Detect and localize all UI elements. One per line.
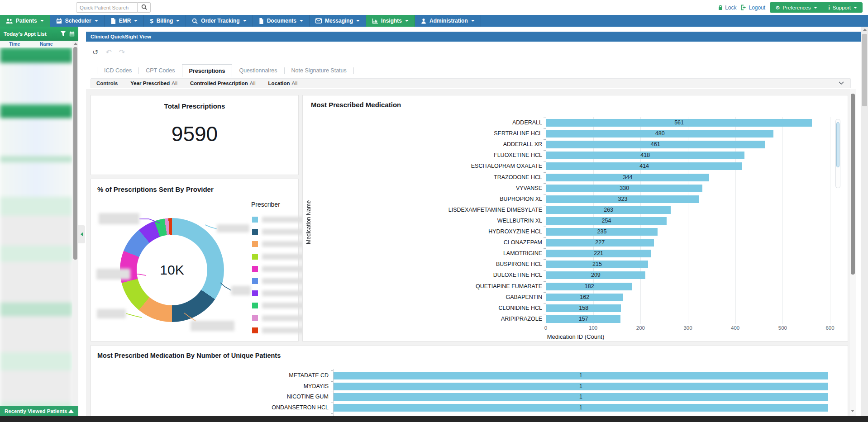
window-scrollbar-thumb[interactable]	[862, 34, 867, 106]
bar-chart-title: Most Prescribed Medication	[311, 101, 401, 109]
legend-swatch	[252, 241, 258, 247]
scroll-up-icon[interactable]	[74, 43, 77, 45]
nav-insights[interactable]: Insights	[366, 15, 415, 27]
axis-tick	[544, 248, 546, 249]
most-prescribed-medication-card: Most Prescribed Medication Medication Na…	[302, 95, 848, 341]
lock-label: Lock	[725, 5, 736, 11]
redacted-appt-row	[0, 246, 72, 262]
person-icon	[421, 18, 426, 24]
tab-note-signature-status[interactable]: Note Signature Status	[285, 64, 353, 77]
bar-value-label: 227	[546, 239, 654, 246]
redacted-appt-row	[0, 216, 72, 246]
window-scrollbar[interactable]	[861, 27, 868, 416]
dashboard-scrollbar[interactable]	[850, 89, 856, 416]
tab-questionnaires[interactable]: Questionnaires	[232, 64, 284, 77]
bar-category-label: LISDEXAMFETAMINE DIMESYLATE	[448, 207, 542, 213]
x-tick-label: 300	[679, 325, 697, 331]
bar-value-label: 182	[546, 283, 632, 289]
bar-value-label: 162	[546, 294, 623, 300]
sidebar-collapse-handle[interactable]	[78, 225, 85, 243]
axis-tick	[544, 237, 546, 238]
expand-up-icon	[68, 409, 74, 413]
nav-order-tracking[interactable]: Order Tracking	[186, 15, 253, 27]
nav-documents[interactable]: Documents	[253, 15, 310, 27]
redacted-appt-row	[0, 47, 72, 63]
nav-emr[interactable]: EMR	[105, 15, 144, 27]
appt-list-header: Today's Appt List	[0, 27, 78, 41]
tab-cpt-codes[interactable]: CPT Codes	[139, 64, 181, 77]
prescriptions-by-provider-card: % of Prescriptions Sent By Provider Pres…	[91, 179, 299, 341]
axis-tick	[544, 205, 546, 205]
chevron-down-icon	[405, 20, 409, 22]
top-bar: Lock Logout ⚙ Preferences i Support	[0, 0, 868, 15]
axis-tick	[544, 314, 546, 314]
scroll-up-icon[interactable]	[863, 28, 867, 31]
bar-value-label: 414	[546, 163, 742, 169]
legend-swatch	[252, 303, 258, 308]
tab-icd-codes[interactable]: ICD Codes	[97, 64, 138, 77]
scroll-down-icon[interactable]	[851, 410, 854, 412]
tab-prescriptions[interactable]: Prescriptions	[182, 64, 233, 77]
redacted-appt-row	[0, 197, 72, 216]
logout-label: Logout	[749, 5, 765, 11]
callout-label-redacted	[217, 224, 249, 232]
filter-year-prescribed[interactable]: Year PrescribedAll	[130, 81, 177, 86]
controls-chevron-icon[interactable]	[839, 81, 844, 85]
axis-tick	[544, 227, 546, 227]
nav-administration[interactable]: Administration	[415, 15, 481, 27]
recently-viewed-patients-bar[interactable]: Recently Viewed Patients	[0, 406, 78, 416]
bar-value-label: 254	[546, 218, 667, 224]
search-input[interactable]	[76, 2, 138, 13]
nav-patients[interactable]: Patients	[0, 15, 50, 27]
document-icon	[259, 18, 264, 24]
unique-patients-chart-card: Most Prescribed Medication By Number of …	[91, 345, 848, 422]
redacted-appt-row	[0, 370, 72, 402]
appt-list-redacted	[0, 47, 72, 422]
lock-button[interactable]: Lock	[718, 5, 736, 11]
sidebar-scrollbar[interactable]	[72, 41, 78, 422]
chevron-down-icon	[134, 20, 138, 22]
chart-scrollbar-thumb[interactable]	[836, 122, 839, 167]
calendar-icon[interactable]	[69, 31, 75, 37]
filter-icon[interactable]	[61, 31, 66, 36]
filter-controlled-prescription[interactable]: Controlled PrescriptionAll	[190, 81, 256, 86]
x-tick-label: 0	[537, 325, 555, 331]
axis-tick	[331, 370, 333, 371]
preferences-button[interactable]: ⚙ Preferences	[770, 2, 822, 13]
time-column-header: Time	[9, 41, 20, 47]
bar-chart-xlabel: Medication ID (Count)	[303, 333, 849, 340]
chevron-down-icon	[40, 20, 44, 22]
bar-value-label: 1	[334, 372, 828, 379]
nav-scheduler[interactable]: Scheduler	[50, 15, 105, 27]
nav-billing[interactable]: $Billing	[144, 15, 186, 27]
redacted-appt-row	[0, 316, 72, 352]
axis-tick	[544, 183, 546, 184]
main-nav: PatientsSchedulerEMR$BillingOrder Tracki…	[0, 15, 868, 27]
bar-category-label: ESCITALOPRAM OXALATE	[471, 163, 542, 169]
bottom-edge-strip	[0, 416, 868, 422]
search-button[interactable]	[138, 2, 151, 13]
callout-label-redacted	[96, 269, 130, 280]
gridline	[782, 117, 783, 324]
gridline	[830, 117, 830, 324]
chevron-down-icon	[471, 20, 475, 22]
chart-scrollbar[interactable]	[835, 119, 840, 188]
dashboard: Total Prescriptions 9590 % of Prescripti…	[86, 89, 850, 416]
dashboard-scrollbar-thumb[interactable]	[851, 94, 855, 275]
axis-tick	[544, 172, 546, 173]
bar-category-label: FLUOXETINE HCL	[494, 152, 542, 158]
redacted-appt-row	[0, 303, 72, 316]
reset-icon[interactable]: ↺	[92, 48, 98, 57]
support-button[interactable]: i Support	[823, 2, 863, 13]
nav-messaging[interactable]: Messaging	[310, 15, 366, 27]
axis-tick	[544, 270, 546, 270]
filter-location[interactable]: LocationAll	[268, 81, 298, 86]
undo-icon[interactable]: ↶	[105, 48, 111, 57]
redo-icon[interactable]: ↷	[119, 48, 125, 57]
recently-viewed-label: Recently Viewed Patients	[5, 408, 67, 414]
logout-button[interactable]: Logout	[741, 5, 765, 11]
bar-category-label: LAMOTRIGINE	[503, 250, 542, 256]
chevron-down-icon	[356, 20, 360, 22]
sidebar-scrollbar-thumb[interactable]	[73, 47, 77, 260]
axis-tick	[331, 381, 333, 382]
